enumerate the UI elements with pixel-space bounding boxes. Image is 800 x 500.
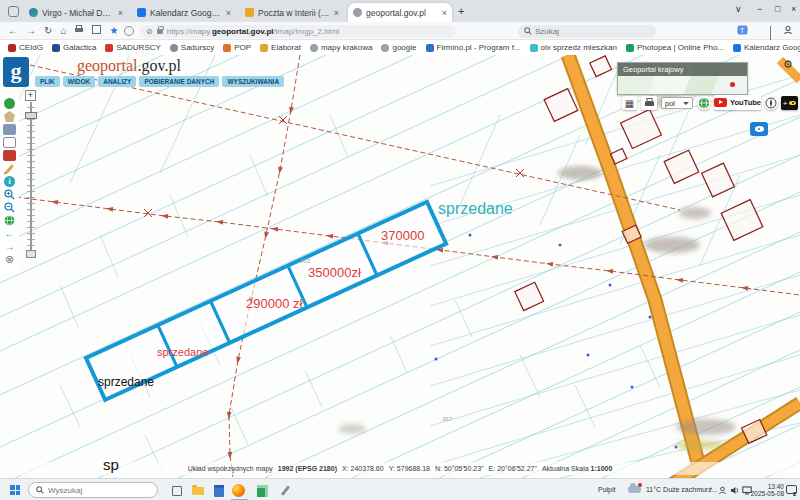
new-tab-button[interactable]: +: [458, 5, 464, 17]
menu-widok[interactable]: WIDOK: [63, 76, 95, 87]
info-tool-icon[interactable]: i: [4, 176, 15, 187]
forward-icon[interactable]: →: [26, 25, 36, 36]
bookmark-item[interactable]: Photopea | Online Pho...: [626, 43, 724, 52]
show-desktop-label[interactable]: Pulpit: [598, 486, 616, 493]
bookmark-item[interactable]: olx sprzedz mieszkan: [530, 43, 617, 52]
start-button[interactable]: [10, 485, 20, 495]
zoom-slider-handle[interactable]: [25, 112, 37, 119]
language-select[interactable]: pol: [661, 97, 693, 109]
clear-selection-icon[interactable]: ⊗: [3, 254, 16, 265]
tray-expand-chevron[interactable]: ^: [709, 486, 712, 493]
translate-extension-icon[interactable]: T: [737, 25, 748, 37]
globe-button[interactable]: [697, 96, 711, 110]
bookmark-item[interactable]: google: [381, 43, 416, 52]
menu-plik[interactable]: PLIK: [35, 76, 60, 87]
reload-icon[interactable]: ↻: [44, 25, 52, 36]
tab-virgo[interactable]: Virgo - Michał Dzięcioł ×: [24, 3, 128, 22]
coord-e: E: 20°06'52.27": [489, 465, 537, 472]
compass-button[interactable]: [764, 96, 778, 110]
coord-y: Y: 579688.18: [389, 465, 430, 472]
visibility-toggle-button[interactable]: +: [781, 96, 798, 110]
grid-view-icon[interactable]: ▦: [622, 96, 637, 110]
parcel-number: 363: [300, 258, 311, 264]
extent-tool-icon[interactable]: [3, 150, 16, 161]
draw-pencil-icon[interactable]: [3, 163, 16, 174]
tab-title: Kalendarz Google - Tydzień, w i: [150, 8, 222, 18]
windows-taskbar: Pulpit 11°C Duże zachmurz... ^ 13:402025…: [0, 478, 800, 500]
search-input[interactable]: [535, 27, 635, 36]
browser-search-box[interactable]: [518, 25, 656, 38]
url-bar[interactable]: ⊘ https://mapy.geoportal.gov.pl/imap/Img…: [140, 25, 456, 38]
list-all-tabs-icon[interactable]: ∨: [735, 4, 742, 14]
minimize-button[interactable]: −: [757, 4, 762, 14]
zoom-slider[interactable]: +: [25, 90, 36, 101]
print-icon[interactable]: [74, 25, 84, 36]
bookmark-item[interactable]: CEIdG: [8, 43, 43, 52]
zoom-plus-button[interactable]: +: [25, 90, 36, 101]
tab-overview-icon[interactable]: [8, 6, 19, 17]
account-icon[interactable]: [783, 25, 793, 37]
maximize-button[interactable]: □: [775, 4, 780, 14]
browser-tab-bar: Virgo - Michał Dzięcioł × Kalendarz Goog…: [0, 0, 800, 22]
menu-wyszukiwania[interactable]: WYSZUKIWANIA: [222, 76, 284, 87]
tab-close-icon[interactable]: ×: [442, 8, 447, 18]
scale: Aktualna Skala 1:1000: [542, 465, 612, 472]
youtube-button[interactable]: YouTube: [714, 95, 761, 110]
zoom-out-tool-icon[interactable]: [3, 202, 16, 213]
show-layer-button[interactable]: [750, 122, 768, 136]
bookmark-item[interactable]: Elaborat: [260, 43, 301, 52]
overview-tool-icon[interactable]: [4, 98, 15, 109]
tab-geoportal-active[interactable]: geoportal.gov.pl ×: [348, 3, 452, 22]
bookmark-item[interactable]: mapy krakowa: [310, 43, 373, 52]
bookmark-star-icon[interactable]: ★: [109, 25, 118, 36]
layers-tool-icon[interactable]: [3, 124, 16, 135]
map-print-icon[interactable]: [641, 96, 657, 110]
menu-pobieranie-danych[interactable]: POBIERANIE DANYCH: [139, 76, 219, 87]
bookmark-item[interactable]: Kalendarz Google: [733, 43, 800, 52]
task-view-button[interactable]: [170, 484, 183, 497]
next-view-icon[interactable]: →: [3, 241, 16, 252]
pen-app-button[interactable]: [279, 484, 292, 497]
overview-minimap[interactable]: Geoportal krajowy: [617, 62, 748, 95]
weather-widget[interactable]: 11°C Duże zachmurz...: [646, 486, 718, 493]
tab-close-icon[interactable]: ×: [118, 8, 123, 18]
taskbar-search-input[interactable]: [48, 486, 148, 495]
zoom-in-tool-icon[interactable]: [3, 189, 16, 200]
file-explorer-button[interactable]: [191, 484, 204, 497]
bookmark-item[interactable]: Sadurscy: [170, 43, 214, 52]
tab-close-icon[interactable]: ×: [334, 8, 339, 18]
bookmark-item[interactable]: Galactica: [52, 43, 96, 52]
bookmark-item[interactable]: SADURSCY: [105, 43, 160, 52]
sadurscy-favicon: [105, 44, 113, 52]
close-window-button[interactable]: ×: [791, 4, 796, 14]
green-doc-app-button[interactable]: [256, 484, 269, 497]
bookmark-item[interactable]: POP: [223, 43, 251, 52]
taskbar-search[interactable]: [28, 482, 158, 498]
firefox-button[interactable]: [232, 484, 245, 497]
home-icon[interactable]: ⌂: [60, 25, 66, 36]
select-area-tool-icon[interactable]: [3, 137, 16, 148]
pocket-icon[interactable]: [124, 26, 134, 36]
tab-close-icon[interactable]: ×: [226, 8, 231, 18]
search-icon: [36, 486, 44, 494]
polygon-tool-icon[interactable]: [3, 111, 16, 122]
weather-cloud-icon: [628, 486, 641, 493]
geoportal-logo[interactable]: g: [3, 57, 29, 87]
shield-icon[interactable]: ⊘: [146, 27, 153, 36]
gear-icon[interactable]: ⚙: [783, 58, 793, 71]
plot-label-sold-1: sprzedane: [98, 375, 154, 389]
globe-tool-icon[interactable]: [3, 215, 16, 226]
zoom-slider-track[interactable]: [30, 102, 32, 254]
tab-calendar[interactable]: Kalendarz Google - Tydzień, w i ×: [132, 3, 236, 22]
back-icon[interactable]: ←: [8, 25, 18, 36]
calculator-button[interactable]: [212, 484, 225, 497]
tab-mail[interactable]: Poczta w Interii (55) ×: [240, 3, 344, 22]
menu-analizy[interactable]: ANALIZY: [98, 76, 136, 87]
save-page-icon[interactable]: [92, 25, 101, 36]
bookmark-item[interactable]: Firmino.pl - Program f...: [426, 43, 521, 52]
taskbar-clock[interactable]: 13:402025-05-08: [748, 483, 784, 497]
cadastral-map[interactable]: sprzedane sprzedane 290000 zł 350000zł 3…: [0, 55, 800, 478]
lock-icon[interactable]: [157, 29, 163, 34]
notification-count: 2: [793, 491, 796, 497]
previous-view-icon[interactable]: ←: [3, 228, 16, 239]
